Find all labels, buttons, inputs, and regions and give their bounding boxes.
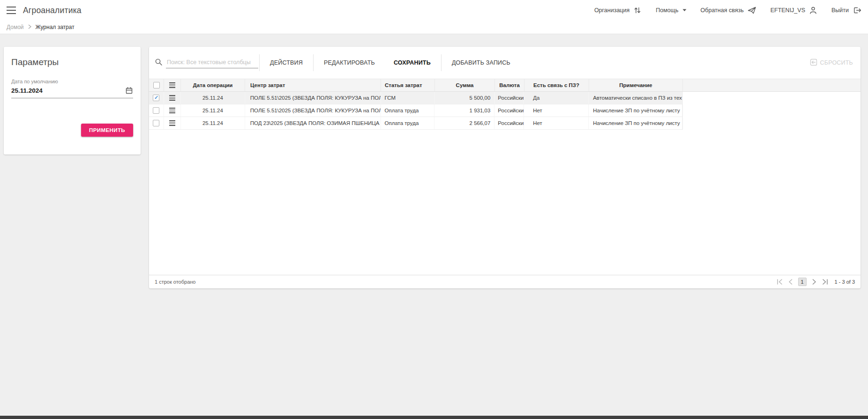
- column-header-pz-link[interactable]: Есть связь с ПЗ?: [524, 79, 589, 91]
- user-icon: [809, 6, 817, 15]
- last-page-icon[interactable]: [822, 279, 828, 285]
- column-header-cost-center[interactable]: Центр затрат: [245, 79, 381, 91]
- actions-button[interactable]: ДЕЙСТВИЯ: [261, 56, 312, 70]
- header-filler: [683, 79, 861, 91]
- parameters-panel: Параметры Дата по умолчанию ПРИМЕНИТЬ: [4, 47, 141, 154]
- row-menu-icon[interactable]: [164, 92, 181, 104]
- first-page-icon[interactable]: [777, 279, 783, 285]
- username-label: EFTENIJ_VS: [771, 7, 805, 14]
- next-page-icon[interactable]: [812, 279, 816, 285]
- menu-item-user[interactable]: EFTENIJ_VS: [771, 6, 817, 15]
- cell-operation-date: 25.11.24: [181, 117, 245, 129]
- toolbar-divider: [313, 54, 314, 71]
- cell-amount: 1 931,03: [434, 104, 494, 117]
- app-title: Агроаналитика: [23, 6, 82, 15]
- cell-currency: Российски...: [494, 92, 524, 104]
- column-header-date[interactable]: Дата операции: [181, 79, 245, 91]
- cell-pz-link: Нет: [524, 104, 589, 117]
- table-row[interactable]: 25.11.24 ПОЛЕ 5.51\2025 (ЗВЕЗДА ПОЛЯ: КУ…: [149, 104, 683, 117]
- selected-rows-status: 1 строк отобрано: [155, 279, 195, 285]
- organization-label: Организация: [594, 7, 629, 14]
- bottom-status-bar: [0, 416, 868, 419]
- table-row[interactable]: 25.11.24 ПОЛЕ 5.51\2025 (ЗВЕЗДА ПОЛЯ: КУ…: [149, 92, 683, 104]
- breadcrumb-current: Журнал затрат: [36, 24, 75, 30]
- breadcrumb-home[interactable]: Домой: [7, 24, 24, 30]
- swap-arrows-icon: [633, 6, 642, 15]
- reset-button[interactable]: СБРОСИТЬ: [810, 59, 853, 67]
- content-area: Параметры Дата по умолчанию ПРИМЕНИТЬ ДЕ…: [0, 34, 868, 416]
- column-header-currency[interactable]: Валюта: [495, 79, 524, 91]
- table-body: 25.11.24 ПОЛЕ 5.51\2025 (ЗВЕЗДА ПОЛЯ: КУ…: [149, 92, 861, 275]
- save-button[interactable]: СОХРАНИТЬ: [384, 56, 440, 70]
- row-menu-icon[interactable]: [164, 104, 181, 117]
- add-record-button[interactable]: ДОБАВИТЬ ЗАПИСЬ: [442, 56, 520, 70]
- search-input[interactable]: [166, 58, 258, 68]
- column-header-amount[interactable]: Сумма: [435, 79, 495, 91]
- logout-label: Выйти: [831, 7, 849, 14]
- row-menu-icon[interactable]: [164, 117, 181, 129]
- cell-amount: 2 566,07: [434, 117, 494, 129]
- cell-operation-date: 25.11.24: [181, 104, 245, 117]
- date-field-label: Дата по умолчанию: [11, 79, 133, 84]
- cell-note: Автоматически списано в ПЗ из тех...: [589, 92, 682, 104]
- grid-footer: 1 строк отобрано 1 1 - 3 of 3: [149, 275, 861, 288]
- help-label: Помощь: [656, 7, 678, 14]
- menu-item-organization[interactable]: Организация: [594, 6, 642, 15]
- toolbar-divider: [259, 54, 260, 71]
- parameters-title: Параметры: [11, 57, 133, 67]
- reset-label: СБРОСИТЬ: [820, 59, 853, 66]
- search-icon: [155, 58, 163, 68]
- menu-item-feedback[interactable]: Обратная связь: [701, 6, 756, 15]
- column-header-note[interactable]: Примечание: [589, 79, 683, 91]
- select-all-checkbox[interactable]: [149, 79, 164, 91]
- cell-cost-center: ПОЛЕ 5.51\2025 (ЗВЕЗДА ПОЛЯ: КУКУРУЗА на…: [245, 104, 381, 117]
- date-input[interactable]: [11, 87, 105, 94]
- breadcrumb: Домой Журнал затрат: [0, 21, 868, 34]
- breadcrumb-chevron-icon: [28, 24, 31, 30]
- row-checkbox[interactable]: [149, 104, 164, 117]
- feedback-label: Обратная связь: [701, 7, 744, 14]
- table-row[interactable]: 25.11.24 ПОД 23\2025 (ЗВЕЗДА ПОЛЯ: ОЗИМА…: [149, 117, 683, 130]
- cell-note: Начисление ЗП по учётному листу: [589, 117, 682, 129]
- table-header-row: Дата операции Центр затрат Статья затрат…: [149, 79, 861, 92]
- current-page[interactable]: 1: [798, 278, 807, 286]
- cell-currency: Российски...: [494, 117, 524, 129]
- top-menu: Организация Помощь Обратная связь EFTENI…: [594, 6, 861, 15]
- logout-icon: [853, 6, 861, 15]
- menu-item-help[interactable]: Помощь: [656, 7, 686, 14]
- cell-currency: Российски...: [494, 104, 524, 117]
- cell-cost-center: ПОЛЕ 5.51\2025 (ЗВЕЗДА ПОЛЯ: КУКУРУЗА на…: [245, 92, 381, 104]
- cell-pz-link: Нет: [524, 117, 589, 129]
- previous-page-icon[interactable]: [788, 279, 793, 285]
- header-menu-icon[interactable]: [164, 79, 181, 91]
- pagination: 1 1 - 3 of 3: [777, 278, 855, 286]
- cell-pz-link: Да: [524, 92, 589, 104]
- cell-cost-item: Оплата труда: [381, 104, 435, 117]
- chevron-down-icon: [682, 9, 687, 12]
- calendar-icon[interactable]: [125, 87, 133, 95]
- cell-cost-center: ПОД 23\2025 (ЗВЕЗДА ПОЛЯ: ОЗИМАЯ ПШЕНИЦА…: [245, 117, 381, 129]
- paper-plane-icon: [748, 6, 756, 15]
- cell-cost-item: ГСМ: [381, 92, 435, 104]
- date-field: [11, 87, 133, 98]
- cell-operation-date: 25.11.24: [181, 92, 245, 104]
- reset-icon: [810, 59, 817, 67]
- hamburger-menu-icon[interactable]: [7, 7, 16, 14]
- toolbar-divider: [441, 54, 441, 71]
- menu-item-logout[interactable]: Выйти: [831, 6, 861, 15]
- search-box: [155, 58, 258, 68]
- cost-journal-grid: ДЕЙСТВИЯ РЕДАКТИРОВАТЬ СОХРАНИТЬ ДОБАВИТ…: [149, 47, 861, 288]
- page-range-label: 1 - 3 of 3: [835, 279, 855, 285]
- cell-note: Начисление ЗП по учётному листу: [589, 104, 682, 117]
- grid-toolbar: ДЕЙСТВИЯ РЕДАКТИРОВАТЬ СОХРАНИТЬ ДОБАВИТ…: [149, 47, 861, 79]
- column-header-cost-item[interactable]: Статья затрат: [381, 79, 435, 91]
- edit-button[interactable]: РЕДАКТИРОВАТЬ: [314, 56, 384, 70]
- row-checkbox[interactable]: [149, 117, 164, 129]
- top-bar: Агроаналитика Организация Помощь Обратна…: [0, 0, 868, 21]
- row-checkbox[interactable]: [149, 92, 164, 104]
- cell-amount: 5 500,00: [434, 92, 494, 104]
- cell-cost-item: Оплата труда: [381, 117, 435, 129]
- apply-button[interactable]: ПРИМЕНИТЬ: [81, 124, 133, 137]
